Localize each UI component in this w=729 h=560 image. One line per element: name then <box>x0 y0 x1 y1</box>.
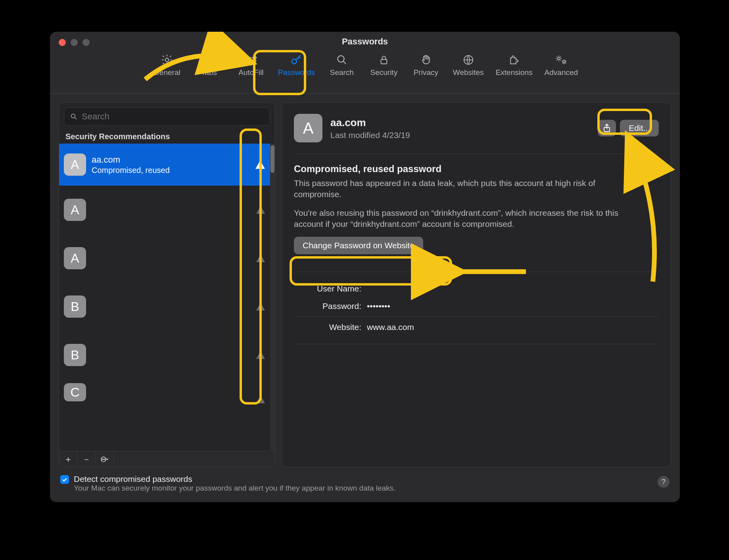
warning-text-1: This password has appeared in a data lea… <box>294 178 619 200</box>
svg-point-11 <box>563 61 565 63</box>
svg-rect-13 <box>260 163 261 166</box>
window-title: Passwords <box>50 36 680 47</box>
tab-label: Security <box>370 68 398 77</box>
warning-icon <box>256 302 265 311</box>
passwords-sidebar: Security Recommendations A aa.com Compro… <box>59 102 275 467</box>
gears-icon <box>554 53 569 67</box>
key-icon <box>289 53 304 67</box>
svg-point-0 <box>165 58 169 62</box>
site-avatar: C <box>64 383 86 401</box>
remove-button[interactable]: － <box>77 451 96 467</box>
tab-search[interactable]: Search <box>324 52 359 79</box>
tab-label: Privacy <box>414 68 438 77</box>
warning-title: Compromised, reused password <box>294 163 659 175</box>
tab-privacy[interactable]: Privacy <box>409 52 443 79</box>
svg-point-10 <box>558 57 560 59</box>
password-item[interactable]: B <box>59 282 275 331</box>
password-item[interactable]: C <box>59 379 275 408</box>
edit-button[interactable]: Edit... <box>620 120 659 136</box>
tab-label: Passwords <box>278 68 315 77</box>
svg-rect-20 <box>260 309 261 309</box>
globe-icon <box>461 53 476 67</box>
svg-point-26 <box>102 459 103 460</box>
lock-icon <box>376 53 391 67</box>
tabs-icon <box>201 53 217 67</box>
item-subtitle: Compromised, reused <box>92 166 170 175</box>
svg-rect-14 <box>260 167 261 167</box>
footer: Detect compromised passwords Your Mac ca… <box>50 467 680 502</box>
content-area: Security Recommendations A aa.com Compro… <box>50 94 680 467</box>
tab-passwords[interactable]: Passwords <box>276 52 317 79</box>
autofill-icon <box>244 53 259 67</box>
credentials: User Name: Password: •••••••• Website: w… <box>294 272 659 344</box>
warning-icon <box>256 205 265 214</box>
svg-rect-16 <box>260 212 261 213</box>
svg-rect-15 <box>260 209 261 211</box>
detail-body: Compromised, reused password This passwo… <box>294 154 659 344</box>
password-value: •••••••• <box>367 301 390 311</box>
detail-site: aa.com <box>330 117 590 129</box>
tab-label: Advanced <box>545 68 578 77</box>
username-label: User Name: <box>294 284 361 293</box>
svg-point-3 <box>247 60 248 61</box>
password-item[interactable]: B <box>59 331 275 379</box>
tab-label: Extensions <box>496 68 533 77</box>
password-item[interactable]: A <box>59 234 275 282</box>
tab-extensions[interactable]: Extensions <box>493 52 535 79</box>
detail-header: A aa.com Last modified 4/23/19 Edit... <box>294 114 659 154</box>
site-avatar: A <box>64 199 86 221</box>
svg-point-12 <box>71 114 75 118</box>
help-button[interactable]: ? <box>658 476 670 488</box>
svg-rect-23 <box>260 398 261 401</box>
svg-point-4 <box>249 60 250 61</box>
svg-rect-1 <box>205 57 212 64</box>
search-field[interactable] <box>64 107 270 126</box>
footer-title: Detect compromised passwords <box>74 474 395 484</box>
share-button[interactable] <box>598 120 616 136</box>
tab-general[interactable]: General <box>150 52 184 79</box>
tab-label: AutoFill <box>238 68 263 77</box>
detail-modified: Last modified 4/23/19 <box>330 130 590 140</box>
section-header: Security Recommendations <box>59 128 275 144</box>
password-item[interactable]: A aa.com Compromised, reused <box>59 144 275 186</box>
svg-rect-17 <box>260 257 261 260</box>
share-icon <box>603 123 611 133</box>
magnifier-icon <box>70 113 78 121</box>
site-avatar: B <box>64 295 86 318</box>
warning-icon <box>256 254 265 263</box>
site-name: aa.com <box>92 155 170 165</box>
tab-label: Search <box>330 68 354 77</box>
password-label: Password: <box>294 301 361 311</box>
tab-websites[interactable]: Websites <box>451 52 486 79</box>
change-password-button[interactable]: Change Password on Website <box>294 237 423 254</box>
tab-label: Websites <box>453 68 484 77</box>
scrollbar-thumb[interactable] <box>270 145 274 173</box>
detect-checkbox[interactable] <box>60 475 69 484</box>
gear-icon <box>159 53 175 67</box>
password-item[interactable]: A <box>59 186 275 234</box>
website-label: Website: <box>294 322 361 332</box>
check-icon <box>61 476 68 483</box>
svg-point-27 <box>103 459 104 460</box>
tab-tabs[interactable]: Tabs <box>192 52 226 79</box>
tab-autofill[interactable]: AutoFill <box>234 52 269 79</box>
tab-advanced[interactable]: Advanced <box>542 52 581 79</box>
password-list: A aa.com Compromised, reused A <box>59 144 275 451</box>
svg-rect-19 <box>260 305 261 308</box>
list-toolbar: ＋ － <box>59 451 275 467</box>
svg-rect-24 <box>260 401 261 402</box>
svg-point-28 <box>104 459 105 460</box>
password-detail: A aa.com Last modified 4/23/19 Edit... C… <box>282 102 671 467</box>
warning-icon <box>256 351 265 359</box>
add-button[interactable]: ＋ <box>59 451 77 467</box>
website-value[interactable]: www.aa.com <box>367 322 414 332</box>
site-avatar: B <box>64 344 86 366</box>
tab-security[interactable]: Security <box>366 52 401 79</box>
site-avatar: A <box>64 153 86 176</box>
search-input[interactable] <box>82 111 264 122</box>
more-button[interactable] <box>96 451 114 467</box>
scrollbar[interactable] <box>270 144 275 451</box>
warning-text-2: You're also reusing this password on “dr… <box>294 207 619 230</box>
svg-rect-22 <box>260 357 261 358</box>
warning-icon <box>255 160 265 169</box>
